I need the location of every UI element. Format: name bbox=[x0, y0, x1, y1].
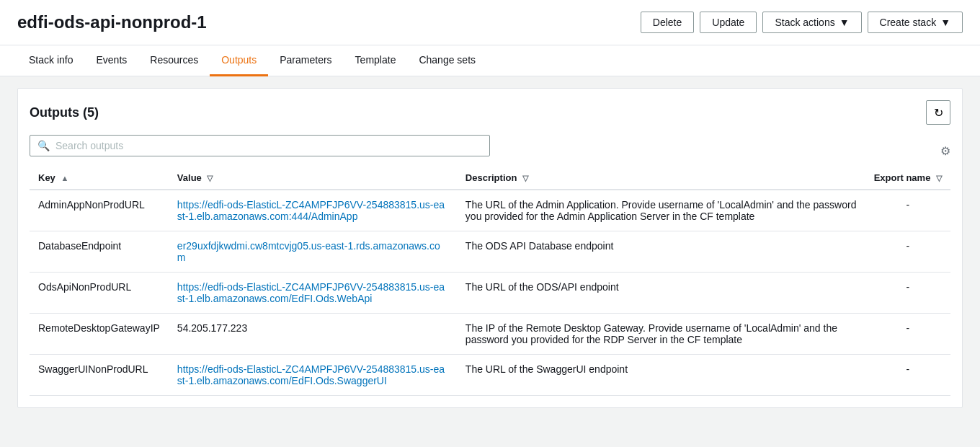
tab-template[interactable]: Template bbox=[344, 45, 408, 76]
tab-stack-info[interactable]: Stack info bbox=[17, 45, 84, 76]
output-key: DatabaseEndpoint bbox=[30, 231, 169, 273]
update-button[interactable]: Update bbox=[700, 12, 757, 33]
table-row: AdminAppNonProdURLhttps://edfi-ods-Elast… bbox=[30, 190, 950, 231]
output-value-text: 54.205.177.223 bbox=[177, 322, 247, 334]
col-header-export-name[interactable]: Export name ▽ bbox=[865, 167, 950, 190]
table-header-row: Key ▲ Value ▽ Description ▽ Export name … bbox=[30, 167, 950, 190]
output-value-link[interactable]: https://edfi-ods-ElasticL-ZC4AMPFJP6VV-2… bbox=[177, 199, 445, 222]
output-export-name: - bbox=[865, 190, 950, 231]
outputs-title: Outputs (5) bbox=[30, 105, 99, 120]
table-row: DatabaseEndpointer29uxfdjkwdmi.cw8mtcvjg… bbox=[30, 231, 950, 273]
top-bar: edfi-ods-api-nonprod-1 Delete Update Sta… bbox=[0, 0, 980, 45]
output-export-name: - bbox=[865, 273, 950, 314]
outputs-panel: Outputs (5) ↻ 🔍 ⚙ Key ▲ bbox=[17, 88, 963, 408]
tab-outputs[interactable]: Outputs bbox=[210, 45, 268, 76]
output-value-link[interactable]: https://edfi-ods-ElasticL-ZC4AMPFJP6VV-2… bbox=[177, 363, 445, 386]
col-header-description[interactable]: Description ▽ bbox=[457, 167, 865, 190]
delete-button[interactable]: Delete bbox=[641, 12, 694, 33]
search-icon: 🔍 bbox=[37, 140, 50, 151]
tabs-bar: Stack info Events Resources Outputs Para… bbox=[0, 45, 980, 76]
output-export-name: - bbox=[865, 314, 950, 355]
create-stack-button[interactable]: Create stack ▼ bbox=[868, 12, 963, 33]
search-input[interactable] bbox=[55, 140, 482, 151]
stack-actions-button[interactable]: Stack actions ▼ bbox=[762, 12, 861, 33]
output-value[interactable]: https://edfi-ods-ElasticL-ZC4AMPFJP6VV-2… bbox=[169, 355, 457, 396]
sort-key-icon: ▲ bbox=[61, 174, 68, 182]
table-row: RemoteDesktopGatewayIP54.205.177.223The … bbox=[30, 314, 950, 355]
filter-row: 🔍 ⚙ bbox=[30, 135, 950, 167]
table-row: OdsApiNonProdURLhttps://edfi-ods-Elastic… bbox=[30, 273, 950, 314]
output-description: The ODS API Database endpoint bbox=[457, 231, 865, 273]
output-value[interactable]: er29uxfdjkwdmi.cw8mtcvjg05.us-east-1.rds… bbox=[169, 231, 457, 273]
tab-resources[interactable]: Resources bbox=[138, 45, 210, 76]
main-content: Outputs (5) ↻ 🔍 ⚙ Key ▲ bbox=[0, 76, 980, 420]
output-value[interactable]: https://edfi-ods-ElasticL-ZC4AMPFJP6VV-2… bbox=[169, 273, 457, 314]
search-bar: 🔍 bbox=[30, 135, 490, 156]
output-description: The URL of the ODS/API endpoint bbox=[457, 273, 865, 314]
output-export-name: - bbox=[865, 231, 950, 273]
chevron-down-icon: ▼ bbox=[839, 17, 850, 28]
output-key: SwaggerUINonProdURL bbox=[30, 355, 169, 396]
output-description: The URL of the SwaggerUI endpoint bbox=[457, 355, 865, 396]
col-header-key[interactable]: Key ▲ bbox=[30, 167, 169, 190]
output-key: RemoteDesktopGatewayIP bbox=[30, 314, 169, 355]
tab-change-sets[interactable]: Change sets bbox=[407, 45, 487, 76]
refresh-button[interactable]: ↻ bbox=[926, 100, 950, 125]
output-value[interactable]: https://edfi-ods-ElasticL-ZC4AMPFJP6VV-2… bbox=[169, 190, 457, 231]
col-header-value[interactable]: Value ▽ bbox=[169, 167, 457, 190]
settings-icon[interactable]: ⚙ bbox=[940, 144, 950, 158]
output-description: The IP of the Remote Desktop Gateway. Pr… bbox=[457, 314, 865, 355]
output-export-name: - bbox=[865, 355, 950, 396]
sort-value-icon: ▽ bbox=[207, 174, 213, 182]
outputs-table: Key ▲ Value ▽ Description ▽ Export name … bbox=[30, 167, 950, 396]
panel-header: Outputs (5) ↻ bbox=[30, 100, 950, 125]
output-key: OdsApiNonProdURL bbox=[30, 273, 169, 314]
chevron-down-icon: ▼ bbox=[940, 17, 950, 28]
sort-export-icon: ▽ bbox=[936, 174, 942, 182]
page-title: edfi-ods-api-nonprod-1 bbox=[17, 12, 207, 32]
sort-desc-icon: ▽ bbox=[522, 174, 528, 182]
tab-events[interactable]: Events bbox=[84, 45, 138, 76]
output-description: The URL of the Admin Application. Provid… bbox=[457, 190, 865, 231]
output-value: 54.205.177.223 bbox=[169, 314, 457, 355]
tab-parameters[interactable]: Parameters bbox=[268, 45, 343, 76]
output-key: AdminAppNonProdURL bbox=[30, 190, 169, 231]
output-value-link[interactable]: er29uxfdjkwdmi.cw8mtcvjg05.us-east-1.rds… bbox=[177, 240, 440, 263]
top-actions: Delete Update Stack actions ▼ Create sta… bbox=[641, 12, 963, 33]
table-row: SwaggerUINonProdURLhttps://edfi-ods-Elas… bbox=[30, 355, 950, 396]
output-value-link[interactable]: https://edfi-ods-ElasticL-ZC4AMPFJP6VV-2… bbox=[177, 281, 445, 304]
